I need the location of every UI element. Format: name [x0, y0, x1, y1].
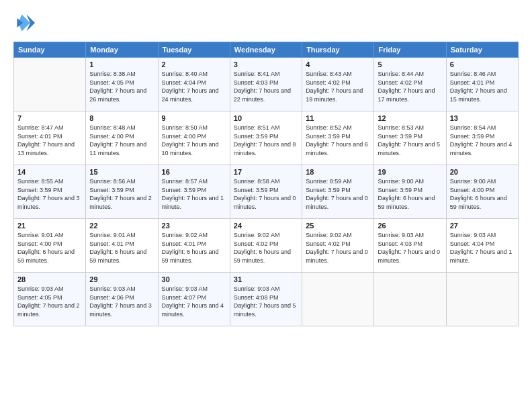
day-number: 25 — [306, 222, 370, 230]
calendar-cell: 29Sunrise: 9:03 AMSunset: 4:06 PMDayligh… — [86, 273, 158, 326]
calendar-cell: 9Sunrise: 8:50 AMSunset: 4:00 PMDaylight… — [158, 111, 230, 165]
header-cell-thursday: Thursday — [302, 42, 374, 58]
calendar-cell: 24Sunrise: 9:02 AMSunset: 4:02 PMDayligh… — [230, 219, 302, 273]
calendar-cell — [302, 273, 374, 326]
day-detail: Sunrise: 8:44 AMSunset: 4:02 PMDaylight:… — [378, 70, 442, 103]
calendar-cell: 26Sunrise: 9:03 AMSunset: 4:03 PMDayligh… — [374, 219, 446, 273]
day-number: 27 — [450, 222, 515, 230]
calendar-cell: 23Sunrise: 9:02 AMSunset: 4:01 PMDayligh… — [158, 219, 230, 273]
day-detail: Sunrise: 8:47 AMSunset: 4:01 PMDaylight:… — [17, 124, 82, 157]
week-row-0: 1Sunrise: 8:38 AMSunset: 4:05 PMDaylight… — [14, 58, 519, 111]
calendar-cell: 17Sunrise: 8:58 AMSunset: 3:59 PMDayligh… — [230, 165, 302, 219]
day-number: 26 — [378, 222, 442, 230]
calendar-cell — [374, 273, 446, 326]
day-number: 28 — [17, 275, 82, 283]
calendar-cell: 13Sunrise: 8:54 AMSunset: 3:59 PMDayligh… — [446, 111, 518, 165]
header-cell-friday: Friday — [374, 42, 446, 58]
calendar-cell: 25Sunrise: 9:02 AMSunset: 4:02 PMDayligh… — [302, 219, 374, 273]
calendar-cell: 2Sunrise: 8:40 AMSunset: 4:04 PMDaylight… — [158, 58, 230, 111]
calendar-cell: 30Sunrise: 9:03 AMSunset: 4:07 PMDayligh… — [158, 273, 230, 326]
calendar-cell: 15Sunrise: 8:56 AMSunset: 3:59 PMDayligh… — [86, 165, 158, 219]
logo-icon — [13, 12, 35, 34]
week-row-1: 7Sunrise: 8:47 AMSunset: 4:01 PMDaylight… — [14, 111, 519, 165]
calendar-cell: 11Sunrise: 8:52 AMSunset: 3:59 PMDayligh… — [302, 111, 374, 165]
calendar-cell: 27Sunrise: 9:03 AMSunset: 4:04 PMDayligh… — [446, 219, 518, 273]
day-number: 23 — [162, 222, 226, 230]
calendar-cell: 28Sunrise: 9:03 AMSunset: 4:05 PMDayligh… — [14, 273, 86, 326]
week-row-2: 14Sunrise: 8:55 AMSunset: 3:59 PMDayligh… — [14, 165, 519, 219]
header — [13, 12, 519, 34]
day-detail: Sunrise: 8:53 AMSunset: 3:59 PMDaylight:… — [378, 124, 442, 157]
day-number: 13 — [450, 114, 515, 122]
day-number: 6 — [450, 60, 515, 68]
calendar-cell: 1Sunrise: 8:38 AMSunset: 4:05 PMDaylight… — [86, 58, 158, 111]
calendar-cell: 19Sunrise: 9:00 AMSunset: 3:59 PMDayligh… — [374, 165, 446, 219]
day-detail: Sunrise: 8:59 AMSunset: 3:59 PMDaylight:… — [306, 177, 370, 211]
header-cell-monday: Monday — [86, 42, 158, 58]
day-number: 8 — [89, 114, 154, 122]
header-cell-saturday: Saturday — [446, 42, 518, 58]
day-detail: Sunrise: 9:03 AMSunset: 4:05 PMDaylight:… — [17, 285, 82, 318]
calendar-cell: 8Sunrise: 8:48 AMSunset: 4:00 PMDaylight… — [86, 111, 158, 165]
day-detail: Sunrise: 9:01 AMSunset: 4:01 PMDaylight:… — [89, 231, 154, 265]
day-detail: Sunrise: 9:00 AMSunset: 4:00 PMDaylight:… — [450, 177, 515, 211]
day-number: 11 — [306, 114, 370, 122]
week-row-4: 28Sunrise: 9:03 AMSunset: 4:05 PMDayligh… — [14, 273, 519, 326]
day-detail: Sunrise: 8:43 AMSunset: 4:02 PMDaylight:… — [306, 70, 370, 103]
calendar-cell — [14, 58, 86, 111]
header-cell-wednesday: Wednesday — [230, 42, 302, 58]
page: SundayMondayTuesdayWednesdayThursdayFrid… — [0, 0, 532, 411]
day-number: 16 — [162, 168, 226, 176]
calendar-cell: 4Sunrise: 8:43 AMSunset: 4:02 PMDaylight… — [302, 58, 374, 111]
day-number: 14 — [17, 168, 82, 176]
calendar-cell: 18Sunrise: 8:59 AMSunset: 3:59 PMDayligh… — [302, 165, 374, 219]
header-cell-tuesday: Tuesday — [158, 42, 230, 58]
day-detail: Sunrise: 8:48 AMSunset: 4:00 PMDaylight:… — [89, 124, 154, 157]
logo — [13, 12, 38, 34]
day-number: 2 — [162, 60, 226, 68]
calendar-cell: 16Sunrise: 8:57 AMSunset: 3:59 PMDayligh… — [158, 165, 230, 219]
calendar-cell — [446, 273, 518, 326]
day-detail: Sunrise: 8:52 AMSunset: 3:59 PMDaylight:… — [306, 124, 370, 157]
calendar-cell: 6Sunrise: 8:46 AMSunset: 4:01 PMDaylight… — [446, 58, 518, 111]
calendar-cell: 31Sunrise: 9:03 AMSunset: 4:08 PMDayligh… — [230, 273, 302, 326]
calendar-cell: 20Sunrise: 9:00 AMSunset: 4:00 PMDayligh… — [446, 165, 518, 219]
day-number: 18 — [306, 168, 370, 176]
day-detail: Sunrise: 8:46 AMSunset: 4:01 PMDaylight:… — [450, 70, 515, 103]
day-detail: Sunrise: 8:57 AMSunset: 3:59 PMDaylight:… — [162, 177, 226, 211]
day-detail: Sunrise: 8:56 AMSunset: 3:59 PMDaylight:… — [89, 177, 154, 211]
day-detail: Sunrise: 8:38 AMSunset: 4:05 PMDaylight:… — [89, 70, 154, 103]
day-detail: Sunrise: 8:40 AMSunset: 4:04 PMDaylight:… — [162, 70, 226, 103]
day-number: 4 — [306, 60, 370, 68]
day-number: 1 — [89, 60, 154, 68]
header-cell-sunday: Sunday — [14, 42, 86, 58]
day-number: 17 — [234, 168, 298, 176]
calendar-table: SundayMondayTuesdayWednesdayThursdayFrid… — [13, 42, 519, 326]
day-number: 10 — [234, 114, 298, 122]
day-detail: Sunrise: 9:03 AMSunset: 4:04 PMDaylight:… — [450, 231, 515, 265]
day-number: 5 — [378, 60, 442, 68]
day-detail: Sunrise: 8:50 AMSunset: 4:00 PMDaylight:… — [162, 124, 226, 157]
day-number: 12 — [378, 114, 442, 122]
day-number: 31 — [234, 275, 298, 283]
day-detail: Sunrise: 9:02 AMSunset: 4:01 PMDaylight:… — [162, 231, 226, 265]
day-detail: Sunrise: 9:02 AMSunset: 4:02 PMDaylight:… — [234, 231, 298, 265]
day-number: 9 — [162, 114, 226, 122]
day-detail: Sunrise: 8:58 AMSunset: 3:59 PMDaylight:… — [234, 177, 298, 211]
week-row-3: 21Sunrise: 9:01 AMSunset: 4:00 PMDayligh… — [14, 219, 519, 273]
day-number: 30 — [162, 275, 226, 283]
day-detail: Sunrise: 9:03 AMSunset: 4:08 PMDaylight:… — [234, 285, 298, 318]
header-row: SundayMondayTuesdayWednesdayThursdayFrid… — [14, 42, 519, 58]
calendar-cell: 14Sunrise: 8:55 AMSunset: 3:59 PMDayligh… — [14, 165, 86, 219]
calendar-cell: 5Sunrise: 8:44 AMSunset: 4:02 PMDaylight… — [374, 58, 446, 111]
calendar-cell: 21Sunrise: 9:01 AMSunset: 4:00 PMDayligh… — [14, 219, 86, 273]
day-number: 19 — [378, 168, 442, 176]
day-number: 15 — [89, 168, 154, 176]
day-detail: Sunrise: 9:03 AMSunset: 4:07 PMDaylight:… — [162, 285, 226, 318]
day-number: 22 — [89, 222, 154, 230]
day-detail: Sunrise: 9:00 AMSunset: 3:59 PMDaylight:… — [378, 177, 442, 211]
day-number: 21 — [17, 222, 82, 230]
calendar-cell: 12Sunrise: 8:53 AMSunset: 3:59 PMDayligh… — [374, 111, 446, 165]
day-number: 24 — [234, 222, 298, 230]
day-detail: Sunrise: 8:55 AMSunset: 3:59 PMDaylight:… — [17, 177, 82, 211]
